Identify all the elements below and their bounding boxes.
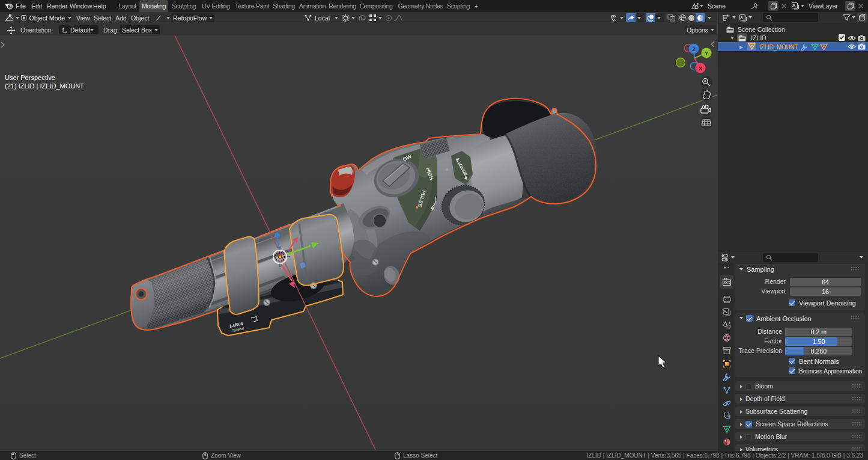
svg-text:X: X <box>699 66 702 72</box>
svg-text:Y: Y <box>705 51 708 57</box>
svg-text:Z: Z <box>692 46 696 52</box>
